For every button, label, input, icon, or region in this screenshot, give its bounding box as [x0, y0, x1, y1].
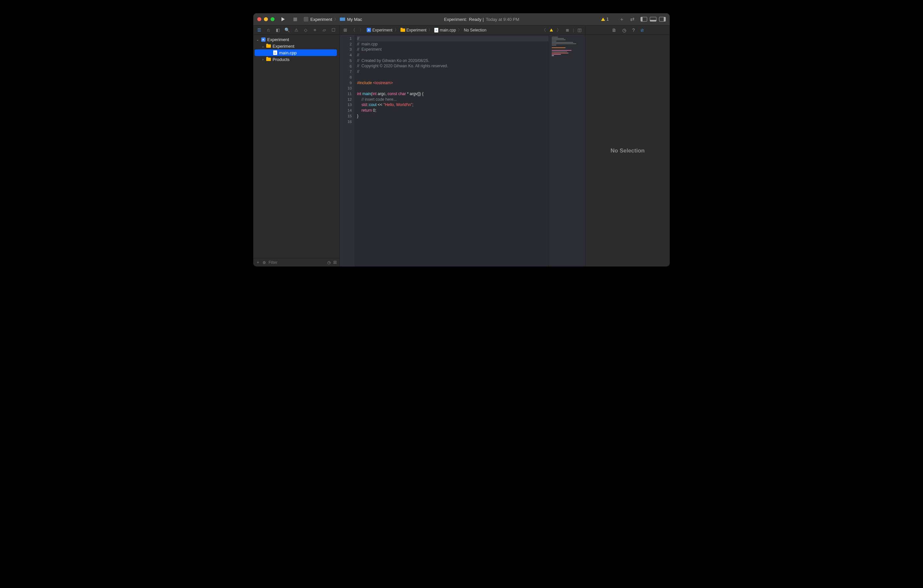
inspector-empty: No Selection	[585, 35, 670, 266]
attributes-icon: ⎚	[641, 28, 644, 33]
folder-icon	[401, 28, 405, 32]
inspector-tabs: 🗎 ◷ ? ⎚	[585, 26, 670, 35]
tree-row[interactable]: ⌄Experiment	[253, 43, 338, 49]
tree-row[interactable]: ›Products	[253, 56, 338, 62]
tree-item-label: Products	[273, 57, 289, 62]
code-line[interactable]: #include <iostream>	[357, 80, 549, 86]
find-nav-tab[interactable]: 🔍	[284, 28, 290, 33]
folder-tree-icon: ☰	[257, 28, 261, 33]
xcode-window: Experiment 〉 My Mac Experiment: Ready | …	[253, 13, 670, 266]
tree-row[interactable]: ⌄AExperiment	[253, 36, 338, 43]
warning-icon	[601, 18, 605, 21]
mac-icon	[340, 18, 345, 21]
breadcrumb-item: main.cpp	[440, 28, 456, 33]
breadcrumb-file[interactable]: c main.cpp	[434, 28, 456, 33]
navigator-sidebar: ☰ ⎌ ◧ 🔍 ⚠ ◇ ≡ ▱ ☐ ⌄AExperiment⌄Experimen…	[253, 26, 340, 266]
test-nav-tab[interactable]: ◇	[303, 28, 308, 33]
recent-icon[interactable]: ◷	[327, 260, 330, 265]
code-review-icon[interactable]: ⇄	[630, 16, 635, 22]
code-line[interactable]: }	[357, 113, 549, 119]
breadcrumb-folder[interactable]: Experiment	[401, 28, 427, 33]
maximize-button[interactable]	[271, 17, 274, 21]
code-line[interactable]: // Created by Gihwan Ko on 2020/08/25.	[357, 58, 549, 64]
tree-item-label: Experiment	[273, 44, 294, 49]
related-items-button[interactable]: ⊞	[342, 28, 348, 33]
code-line[interactable]: //	[357, 69, 549, 75]
code-line[interactable]: // main.cpp	[357, 41, 549, 47]
prev-issue-button[interactable]: 〈	[541, 27, 547, 33]
minimize-button[interactable]	[264, 17, 268, 21]
issue-count: 1	[606, 17, 609, 21]
cpp-file-icon: c	[434, 28, 438, 33]
symbol-nav-tab[interactable]: ◧	[275, 28, 281, 33]
chevron-icon[interactable]: ⌄	[256, 38, 259, 41]
code-line[interactable]	[357, 119, 549, 124]
project-tree[interactable]: ⌄AExperiment⌄Experimentcmain.cpp›Product…	[253, 35, 340, 258]
traffic-lights	[257, 17, 274, 21]
chevron-icon[interactable]: ›	[261, 57, 264, 61]
app-icon	[304, 17, 308, 21]
code-line[interactable]	[357, 75, 549, 80]
document-icon: 🗎	[612, 28, 616, 33]
code-line[interactable]: // insert code here...	[357, 97, 549, 102]
toggle-debug-area-button[interactable]	[650, 17, 657, 21]
code-line[interactable]: //	[357, 36, 549, 41]
chevron-icon[interactable]: ⌄	[261, 44, 264, 48]
breadcrumb-item: Experiment	[372, 28, 393, 33]
scheme-selector[interactable]: Experiment 〉 My Mac	[304, 17, 362, 22]
report-nav-tab[interactable]: ☐	[330, 28, 336, 33]
scheme-name: Experiment	[310, 17, 332, 22]
line-gutter[interactable]: 12345678910111213141516	[340, 35, 355, 266]
debug-nav-tab[interactable]: ≡	[312, 28, 318, 33]
breadcrumb-project[interactable]: A Experiment	[367, 28, 393, 33]
tree-item-label: main.cpp	[279, 50, 297, 55]
attributes-inspector-tab[interactable]: ⎚	[641, 28, 644, 33]
code-line[interactable]: //	[357, 53, 549, 58]
toggle-inspector-button[interactable]	[659, 17, 666, 21]
next-issue-button[interactable]: 〉	[556, 27, 562, 33]
add-button[interactable]: ＋	[256, 260, 260, 265]
file-inspector-tab[interactable]: 🗎	[612, 28, 616, 33]
code-line[interactable]	[357, 85, 549, 91]
help-inspector-tab[interactable]: ?	[632, 28, 635, 33]
toolbar: Experiment 〉 My Mac Experiment: Ready | …	[253, 13, 670, 26]
editor-options-button[interactable]: ≣	[565, 28, 570, 33]
warning-icon[interactable]	[550, 28, 553, 31]
filter-input[interactable]	[269, 260, 325, 265]
scm-filter-icon[interactable]: ☒	[333, 260, 337, 265]
play-icon	[281, 17, 285, 21]
minimap[interactable]	[549, 35, 585, 266]
history-inspector-tab[interactable]: ◷	[622, 28, 626, 33]
code-line[interactable]: // Copyright © 2020 Gihwan Ko. All right…	[357, 63, 549, 69]
source-control-nav-tab[interactable]: ⎌	[266, 28, 271, 33]
tree-row[interactable]: cmain.cpp	[255, 49, 337, 56]
issue-nav-tab[interactable]: ⚠	[294, 28, 299, 33]
activity-status: Experiment: Ready | Today at 9:40 PM	[367, 17, 596, 22]
code-line[interactable]: // Experiment	[357, 47, 549, 53]
breadcrumb-item: Experiment	[406, 28, 427, 33]
filter-icon: ⊚	[263, 260, 266, 265]
no-selection-label: No Selection	[611, 148, 645, 154]
code-line[interactable]: return 0;	[357, 108, 549, 113]
code-line[interactable]: int main(int argc, const char * argv[]) …	[357, 91, 549, 97]
stop-button[interactable]	[292, 16, 298, 23]
toggle-navigator-button[interactable]	[641, 17, 647, 21]
code-line[interactable]: std::cout << "Hello, World!\n";	[357, 102, 549, 108]
help-icon: ?	[632, 28, 635, 33]
run-button[interactable]	[280, 16, 286, 23]
chevron-right-icon: 〉	[394, 27, 399, 33]
toolbar-right: ＋ ⇄	[619, 16, 666, 23]
issues-badge[interactable]: 1	[601, 17, 609, 21]
status-time: Today at 9:40 PM	[486, 17, 519, 22]
breakpoint-nav-tab[interactable]: ▱	[321, 28, 327, 33]
xcode-project-icon: A	[261, 38, 266, 42]
back-button[interactable]: 〈	[350, 27, 356, 33]
project-navigator-tab[interactable]: ☰	[256, 28, 262, 33]
adjust-editor-button[interactable]: ◫	[576, 28, 583, 33]
plus-icon[interactable]: ＋	[619, 16, 624, 23]
breadcrumb-selection[interactable]: No Selection	[464, 28, 486, 33]
forward-button[interactable]: 〉	[358, 27, 365, 33]
close-button[interactable]	[257, 17, 261, 21]
source-editor[interactable]: //// main.cpp// Experiment//// Created b…	[355, 35, 549, 266]
editor-body: 12345678910111213141516 //// main.cpp// …	[340, 35, 585, 266]
